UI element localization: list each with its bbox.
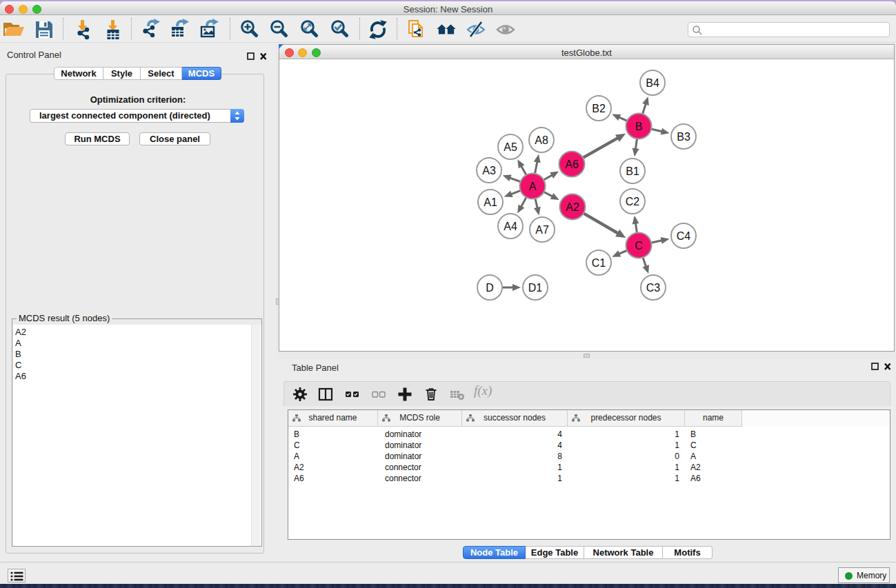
- svg-text:B1: B1: [626, 165, 639, 177]
- svg-text:B3: B3: [677, 131, 690, 143]
- svg-text:A7: A7: [535, 224, 549, 236]
- svg-text:A6: A6: [565, 159, 579, 170]
- svg-text:C4: C4: [677, 230, 691, 242]
- svg-text:B2: B2: [592, 103, 606, 114]
- svg-text:A3: A3: [482, 165, 496, 176]
- svg-text:C: C: [635, 240, 643, 252]
- svg-text:C1: C1: [592, 257, 606, 269]
- svg-text:B4: B4: [646, 77, 659, 89]
- svg-text:A5: A5: [504, 141, 517, 153]
- svg-text:D: D: [486, 282, 494, 294]
- svg-text:D1: D1: [528, 282, 543, 294]
- svg-text:B: B: [635, 121, 643, 132]
- svg-text:C2: C2: [626, 196, 640, 207]
- svg-text:A2: A2: [566, 201, 579, 213]
- svg-text:A8: A8: [535, 134, 548, 146]
- svg-text:C3: C3: [646, 282, 661, 294]
- svg-text:A4: A4: [504, 221, 517, 232]
- svg-text:A1: A1: [484, 196, 497, 208]
- svg-text:A: A: [529, 181, 537, 192]
